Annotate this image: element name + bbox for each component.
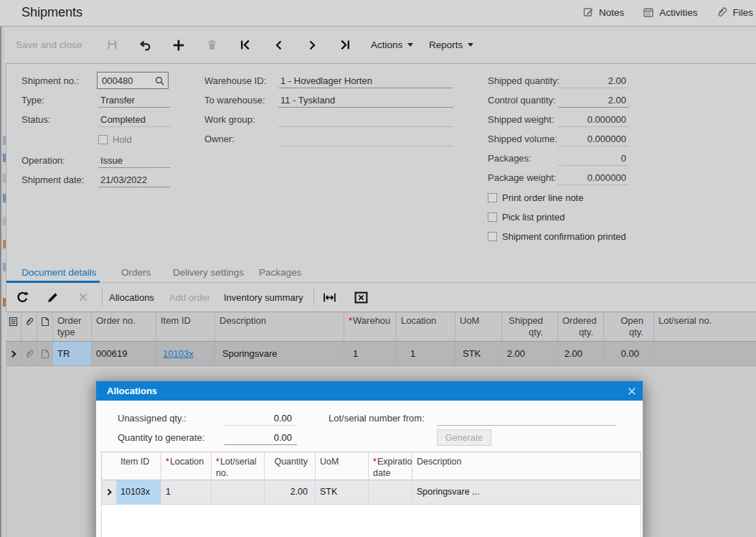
first-record-button[interactable] (240, 27, 252, 63)
add-record-button[interactable] (172, 27, 185, 63)
tab-packages[interactable]: Packages (259, 267, 301, 278)
shipment-no-input[interactable]: 000480 (97, 72, 169, 89)
allocations-button[interactable]: Allocations (109, 283, 154, 312)
pick-list-printed-checkbox[interactable]: Pick list printed (488, 207, 660, 227)
column-header-expiration-date[interactable]: *Expiration date (369, 452, 412, 480)
operation-label: Operation: (22, 155, 65, 166)
to-warehouse-field[interactable]: 11 - Tyskland (278, 93, 453, 108)
cell-ordered-qty[interactable]: 2.00 (558, 342, 604, 365)
work-group-field[interactable] (278, 112, 453, 127)
shipment-confirmation-printed-checkbox[interactable]: Shipment confirmation printed (488, 227, 660, 246)
row-attachment-cell[interactable] (22, 342, 37, 365)
column-header-location[interactable]: Location (397, 312, 455, 341)
document-icon (41, 349, 49, 359)
notes-button[interactable]: Notes (582, 6, 624, 18)
actions-menu-button[interactable]: Actions (371, 27, 413, 63)
cell-open-qty[interactable]: 0.00 (604, 342, 654, 365)
cell-lot-serial[interactable] (654, 342, 756, 365)
checkbox-icon (98, 135, 108, 144)
save-and-close-button[interactable]: Save and close (16, 27, 82, 63)
column-header-location[interactable]: *Location (161, 452, 212, 480)
cell-location[interactable]: 1 (161, 480, 212, 504)
operation-field[interactable]: Issue (98, 153, 170, 168)
owner-field[interactable] (278, 131, 453, 146)
cell-warehouse[interactable]: 1 (344, 342, 397, 365)
cell-item-id[interactable]: 10103x (156, 342, 215, 365)
delete-record-button[interactable] (206, 27, 218, 63)
hold-checkbox[interactable]: Hold (98, 130, 172, 149)
cancel-row-button[interactable] (77, 283, 89, 312)
dialog-titlebar[interactable]: Allocations (96, 381, 643, 401)
reports-menu-button[interactable]: Reports (429, 27, 473, 63)
status-field: Completed (98, 112, 170, 127)
column-header-uom[interactable]: UoM (455, 312, 502, 341)
cell-quantity[interactable]: 2.00 (265, 480, 316, 504)
item-id-link[interactable]: 10103x (163, 348, 194, 359)
magnifier-icon[interactable] (154, 75, 165, 86)
column-header-open-qty[interactable]: Open qty. (604, 312, 654, 341)
row-note-cell[interactable] (37, 342, 53, 365)
generate-button[interactable]: Generate (437, 429, 491, 446)
column-header-order-type[interactable]: Order type (53, 312, 92, 341)
column-header-description[interactable]: Description (412, 452, 641, 480)
cell-uom[interactable]: STK (455, 342, 502, 365)
control-quantity-field[interactable]: 2.00 (558, 93, 629, 108)
refresh-button[interactable] (16, 283, 29, 312)
page-title: Shipments (22, 5, 82, 20)
edit-row-button[interactable] (47, 283, 59, 312)
fit-width-button[interactable] (323, 283, 336, 312)
grid-header-doc-column[interactable] (37, 312, 53, 341)
package-weight-field: 0.000000 (558, 170, 629, 185)
grid-row-selected[interactable]: TR 000619 10103x Sporingsvare 1 1 STK 2.… (6, 342, 756, 366)
column-header-uom[interactable]: UoM (316, 452, 369, 480)
add-order-button[interactable]: Add order (169, 283, 210, 312)
column-header-lot-serial[interactable]: *Lot/serial no. (212, 452, 265, 480)
tab-orders[interactable]: Orders (121, 267, 151, 278)
cell-order-no[interactable]: 000619 (92, 342, 156, 365)
grid-header-notes-column[interactable] (6, 312, 22, 341)
lot-serial-from-field[interactable] (437, 411, 615, 426)
column-header-ordered-qty[interactable]: Ordered qty. (558, 312, 604, 341)
tab-delivery-settings[interactable]: Delivery settings (173, 267, 244, 278)
export-to-excel-button[interactable] (354, 283, 368, 312)
column-header-item-id[interactable]: Item ID (156, 312, 215, 341)
allocations-grid-empty-area (101, 505, 641, 537)
activities-button[interactable]: Activities (643, 6, 697, 18)
next-record-button[interactable] (306, 27, 318, 63)
cell-shipped-qty[interactable]: 2.00 (502, 342, 558, 365)
cell-uom[interactable]: STK (316, 480, 369, 504)
column-header-order-no[interactable]: Order no. (92, 312, 156, 341)
qty-to-generate-field[interactable]: 0.00 (225, 430, 297, 445)
previous-record-button[interactable] (273, 27, 285, 63)
type-field[interactable]: Transfer (98, 93, 170, 108)
save-button[interactable] (106, 27, 118, 63)
column-header-lot-serial[interactable]: Lot/serial no. (654, 312, 756, 341)
column-header-shipped-qty[interactable]: Shipped qty. (502, 312, 558, 341)
undo-button[interactable] (138, 27, 151, 63)
column-header-description[interactable]: Description (215, 312, 344, 341)
detail-tabs: Document details Orders Delivery setting… (6, 263, 756, 283)
column-header-warehouse[interactable]: *Warehou (344, 312, 397, 341)
qty-to-generate-label: Quantity to generate: (118, 432, 204, 443)
print-order-line-note-checkbox[interactable]: Print order line note (488, 188, 660, 207)
column-header-quantity[interactable]: Quantity (265, 452, 316, 480)
cell-order-type[interactable]: TR (53, 342, 92, 365)
tab-document-details[interactable]: Document details (22, 267, 96, 278)
status-label: Status: (22, 114, 50, 125)
files-button[interactable]: Files (716, 6, 753, 18)
shipment-date-field[interactable]: 21/03/2022 (98, 172, 170, 187)
inventory-summary-button[interactable]: Inventory summary (224, 283, 303, 312)
warehouse-id-field[interactable]: 1 - Hovedlager Horten (278, 73, 453, 88)
cell-description[interactable]: Sporingsvare ... (412, 480, 641, 504)
last-record-button[interactable] (339, 27, 351, 63)
column-header-item-id[interactable]: Item ID (116, 452, 161, 480)
cell-expiration-date[interactable] (369, 480, 412, 504)
allocations-grid-row[interactable]: 10103x 1 2.00 STK Sporingsvare ... (101, 480, 641, 505)
dialog-close-button[interactable] (621, 386, 643, 396)
cell-location[interactable]: 1 (397, 342, 455, 365)
cell-item-id[interactable]: 10103x (116, 480, 161, 504)
cell-description[interactable]: Sporingsvare (215, 342, 344, 365)
pencil-icon (47, 291, 59, 304)
cell-lot-serial[interactable] (212, 480, 265, 504)
grid-header-files-column[interactable] (22, 312, 37, 341)
